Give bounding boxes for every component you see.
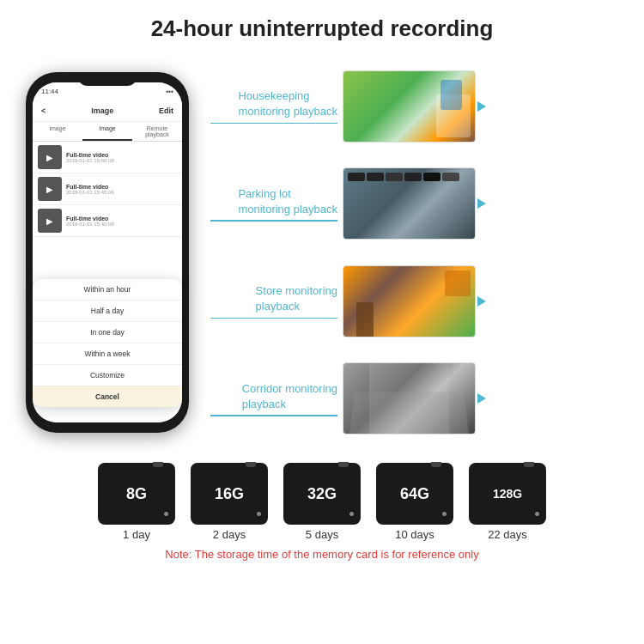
sd-card-size-128g: 128G: [493, 487, 522, 501]
video-title-1: Full-time video: [66, 152, 177, 158]
phone-section: 11:44 ▪▪▪ < Image Edit image Image Remot…: [17, 51, 197, 454]
sd-card-item-128g: 128G 22 days: [469, 463, 546, 541]
sd-card-dot-16g: [257, 512, 261, 516]
monitoring-label-4: Corridor monitoringplayback: [242, 381, 337, 411]
monitoring-img-corridor: [343, 362, 476, 434]
video-date-1: 2019-01-01 15:50:08: [66, 158, 177, 163]
main-content: 11:44 ▪▪▪ < Image Edit image Image Remot…: [0, 51, 644, 454]
phone-screen: 11:44 ▪▪▪ < Image Edit image Image Remot…: [33, 82, 182, 422]
video-item-2[interactable]: ▶ Full-time video 2019-01-01 15:45:06: [33, 173, 182, 205]
monitoring-row-4: Corridor monitoringplayback: [210, 362, 627, 434]
video-info-1: Full-time video 2019-01-01 15:50:08: [66, 152, 177, 163]
video-item-1[interactable]: ▶ Full-time video 2019-01-01 15:50:08: [33, 142, 182, 173]
tab-image[interactable]: image: [33, 122, 82, 141]
arrow-icon-2: [477, 198, 486, 209]
monitoring-label-1: Housekeepingmonitoring playback: [238, 88, 337, 118]
phone-icons: ▪▪▪: [166, 88, 173, 95]
video-info-3: Full-time video 2019-01-01 15:40:08: [66, 216, 177, 227]
video-item-3[interactable]: ▶ Full-time video 2019-01-01 15:40:08: [33, 205, 182, 237]
phone-time: 11:44: [41, 88, 58, 95]
sd-card-16g: 16G: [191, 463, 268, 525]
sd-days-8g: 1 day: [123, 528, 150, 541]
phone-notch: [77, 72, 137, 86]
storage-note: Note: The storage time of the memory car…: [165, 548, 478, 561]
dropdown-cancel[interactable]: Cancel: [33, 386, 182, 407]
sd-card-8g: 8G: [98, 463, 175, 525]
tab-remote-playback[interactable]: Remote playback: [132, 122, 182, 141]
dropdown-item-2[interactable]: Half a day: [33, 301, 182, 322]
monitoring-row-3: Store monitoringplayback: [210, 265, 627, 337]
phone-edit[interactable]: Edit: [159, 106, 173, 115]
monitoring-img-store: [343, 265, 476, 337]
video-thumb-1: ▶: [38, 145, 62, 169]
video-info-2: Full-time video 2019-01-01 15:45:06: [66, 184, 177, 195]
hline-3: [210, 318, 337, 319]
sd-card-item-32g: 32G 5 days: [283, 463, 361, 541]
sd-card-128g: 128G: [469, 463, 546, 525]
video-date-2: 2019-01-01 15:45:06: [66, 190, 177, 195]
sd-card-size-8g: 8G: [126, 485, 147, 503]
sd-days-64g: 10 days: [395, 528, 434, 541]
dropdown-item-5[interactable]: Customize: [33, 365, 182, 386]
dropdown-item-1[interactable]: Within an hour: [33, 279, 182, 301]
sd-card-size-64g: 64G: [400, 485, 429, 503]
phone-nav-bar: < Image Edit: [33, 100, 182, 122]
monitoring-img-wrapper-1: [343, 70, 476, 143]
arrow-icon-1: [477, 101, 486, 112]
sd-card-size-16g: 16G: [215, 485, 244, 503]
monitoring-img-parking: [343, 167, 476, 240]
phone-tabs: image Image Remote playback: [33, 122, 182, 142]
monitoring-img-wrapper-3: [343, 265, 476, 337]
hline-2: [210, 220, 337, 222]
video-thumb-3: ▶: [38, 209, 62, 233]
sd-days-16g: 2 days: [213, 528, 246, 541]
sd-card-item-16g: 16G 2 days: [191, 463, 268, 541]
video-date-3: 2019-01-01 15:40:08: [66, 222, 177, 227]
phone-back[interactable]: <: [41, 106, 46, 115]
video-title-3: Full-time video: [66, 216, 177, 222]
sd-card-32g: 32G: [283, 463, 361, 525]
sd-card-dot-32g: [349, 512, 354, 516]
monitoring-label-2: Parking lotmonitoring playback: [238, 186, 337, 216]
sd-card-item-8g: 8G 1 day: [98, 463, 175, 541]
sd-card-dot-8g: [164, 512, 168, 516]
tab-image-active[interactable]: Image: [82, 122, 132, 141]
arrow-icon-3: [477, 296, 486, 307]
video-thumb-2: ▶: [38, 177, 62, 201]
monitoring-row-1: Housekeepingmonitoring playback: [210, 70, 627, 143]
phone-nav-title: Image: [91, 106, 113, 115]
sd-days-32g: 5 days: [306, 528, 338, 541]
phone-dropdown-menu: Within an hour Half a day In one day Wit…: [33, 279, 182, 407]
storage-section: 8G 1 day 16G 2 days 32G 5 days 64G: [0, 454, 644, 565]
sd-days-128g: 22 days: [488, 528, 527, 541]
sd-card-dot-64g: [442, 512, 447, 516]
dropdown-item-3[interactable]: In one day: [33, 322, 182, 343]
monitoring-section: Housekeepingmonitoring playback Parking …: [206, 51, 627, 454]
page-header: 24-hour uninterrupted recording: [0, 0, 644, 51]
arrow-icon-4: [477, 393, 486, 404]
monitoring-img-wrapper-4: [343, 362, 476, 434]
hline-4: [210, 415, 337, 416]
sd-card-size-32g: 32G: [307, 485, 337, 503]
sd-cards-row: 8G 1 day 16G 2 days 32G 5 days 64G: [98, 463, 546, 541]
video-title-2: Full-time video: [66, 184, 177, 190]
sd-card-item-64g: 64G 10 days: [376, 463, 453, 541]
dropdown-item-4[interactable]: Within a week: [33, 343, 182, 365]
hline-1: [210, 123, 337, 125]
sd-card-64g: 64G: [376, 463, 453, 525]
page-title: 24-hour uninterrupted recording: [9, 15, 635, 42]
phone-mockup: 11:44 ▪▪▪ < Image Edit image Image Remot…: [26, 72, 189, 433]
monitoring-label-3: Store monitoringplayback: [256, 283, 337, 313]
sd-card-dot-128g: [535, 512, 539, 516]
monitoring-img-wrapper-2: [343, 167, 476, 240]
monitoring-img-kids: [343, 70, 476, 143]
monitoring-row-2: Parking lotmonitoring playback: [210, 167, 627, 240]
